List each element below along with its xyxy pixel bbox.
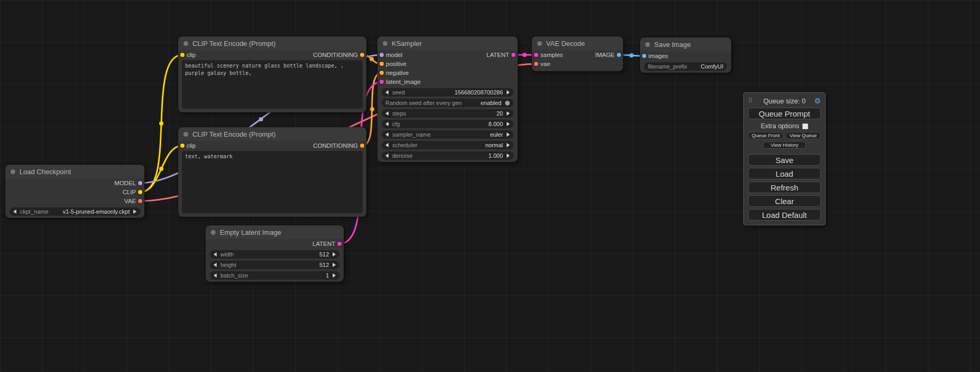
- input-dot-images[interactable]: [642, 54, 646, 58]
- collapse-dot-icon[interactable]: [183, 41, 188, 46]
- queue-front-button[interactable]: Queue Front: [748, 132, 783, 139]
- widget-value: 512: [319, 251, 329, 257]
- input-dot-samples[interactable]: [534, 53, 538, 57]
- prompt-textarea[interactable]: text, watermark: [182, 151, 363, 213]
- increment-arrow-icon[interactable]: [507, 90, 510, 94]
- slot-label: clip: [187, 142, 196, 149]
- output-dot-model[interactable]: [138, 181, 142, 185]
- ckpt-name-combo-widget[interactable]: ckpt_name v1-5-pruned-emaonly.ckpt: [9, 207, 140, 216]
- refresh-button[interactable]: Refresh: [748, 182, 821, 193]
- collapse-dot-icon[interactable]: [383, 41, 387, 46]
- extra-options-checkbox[interactable]: [802, 123, 808, 129]
- decrement-arrow-icon[interactable]: [214, 252, 217, 256]
- load-default-button[interactable]: Load Default: [748, 209, 821, 221]
- load-button[interactable]: Load: [748, 168, 821, 179]
- view-queue-button[interactable]: View Queue: [785, 132, 821, 139]
- output-dot-image[interactable]: [617, 53, 621, 57]
- settings-gear-icon[interactable]: ⚙: [814, 97, 821, 104]
- sampler-name-combo-widget[interactable]: sampler_name euler: [382, 130, 513, 139]
- increment-arrow-icon[interactable]: [133, 209, 137, 214]
- collapse-dot-icon[interactable]: [183, 132, 188, 137]
- decrement-arrow-icon[interactable]: [13, 209, 16, 214]
- node-ksampler[interactable]: KSampler model LATENT positive negative …: [377, 36, 518, 162]
- collapse-dot-icon[interactable]: [537, 41, 542, 46]
- height-number-widget[interactable]: height 512: [210, 261, 339, 269]
- view-history-button[interactable]: View History: [763, 141, 806, 149]
- node-save-image[interactable]: Save Image images filename_prefix ComfyU…: [640, 37, 731, 73]
- node-empty-latent-image[interactable]: Empty Latent Image LATENT width 512 heig…: [206, 225, 344, 282]
- output-slot-clip: CLIP: [5, 187, 144, 196]
- increment-arrow-icon[interactable]: [507, 111, 510, 116]
- decrement-arrow-icon[interactable]: [385, 143, 389, 147]
- input-dot-negative[interactable]: [380, 71, 384, 75]
- widget-label: scheduler: [392, 142, 418, 148]
- decrement-arrow-icon[interactable]: [385, 132, 389, 137]
- node-load-checkpoint[interactable]: Load Checkpoint MODEL CLIP VAE ckpt_name…: [5, 165, 144, 218]
- denoise-number-widget[interactable]: denoise 1.000: [382, 151, 513, 160]
- increment-arrow-icon[interactable]: [507, 122, 510, 126]
- output-dot-conditioning[interactable]: [360, 144, 364, 148]
- input-slot-latent-image: latent_image: [377, 77, 518, 86]
- node-title-bar[interactable]: CLIP Text Encode (Prompt): [178, 127, 366, 141]
- node-clip-text-encode-positive[interactable]: CLIP Text Encode (Prompt) clip CONDITION…: [178, 36, 366, 112]
- decrement-arrow-icon[interactable]: [385, 90, 389, 94]
- decrement-arrow-icon[interactable]: [214, 263, 217, 267]
- scheduler-combo-widget[interactable]: scheduler normal: [382, 141, 513, 149]
- node-title-bar[interactable]: KSampler: [377, 36, 518, 50]
- slot-label: vae: [540, 61, 550, 67]
- output-dot-vae[interactable]: [138, 199, 142, 203]
- increment-arrow-icon[interactable]: [507, 132, 510, 137]
- toggle-dot-icon[interactable]: [505, 101, 510, 106]
- output-dot-clip[interactable]: [138, 190, 142, 194]
- node-title-bar[interactable]: Empty Latent Image: [206, 225, 344, 239]
- steps-number-widget[interactable]: steps 20: [382, 109, 513, 118]
- increment-arrow-icon[interactable]: [507, 143, 510, 147]
- widget-value: 8.000: [488, 121, 503, 127]
- drag-handle-icon[interactable]: ⠿: [748, 97, 753, 104]
- node-title-bar[interactable]: CLIP Text Encode (Prompt): [178, 36, 366, 50]
- queue-prompt-button[interactable]: Queue Prompt: [748, 108, 821, 119]
- batch-size-number-widget[interactable]: batch_size 1: [210, 271, 339, 280]
- collapse-dot-icon[interactable]: [211, 230, 216, 235]
- decrement-arrow-icon[interactable]: [385, 154, 389, 158]
- width-number-widget[interactable]: width 512: [210, 250, 339, 259]
- node-vae-decode[interactable]: VAE Decode samples IMAGE vae: [532, 36, 623, 71]
- input-dot-model[interactable]: [380, 53, 384, 57]
- node-title-bar[interactable]: Save Image: [640, 37, 731, 51]
- queue-menu-panel: ⠿ Queue size: 0 ⚙ Queue Prompt Extra opt…: [743, 92, 826, 225]
- node-clip-text-encode-negative[interactable]: CLIP Text Encode (Prompt) clip CONDITION…: [178, 127, 366, 217]
- input-dot-positive[interactable]: [380, 62, 384, 66]
- link-midpoint-dot: [629, 53, 634, 58]
- widget-value: ComfyUI: [701, 63, 723, 70]
- node-title-bar[interactable]: Load Checkpoint: [5, 165, 144, 178]
- collapse-dot-icon[interactable]: [11, 169, 15, 174]
- decrement-arrow-icon[interactable]: [214, 273, 217, 278]
- output-dot-latent[interactable]: [511, 53, 516, 57]
- slot-label: images: [648, 53, 668, 59]
- prompt-textarea[interactable]: beautiful scenery nature glass bottle la…: [182, 60, 363, 109]
- output-dot-conditioning[interactable]: [360, 53, 364, 57]
- input-dot-latent-image[interactable]: [380, 80, 384, 84]
- input-dot-vae[interactable]: [534, 62, 538, 66]
- input-dot-clip[interactable]: [180, 144, 185, 148]
- decrement-arrow-icon[interactable]: [385, 122, 389, 126]
- increment-arrow-icon[interactable]: [507, 154, 510, 158]
- output-dot-latent[interactable]: [337, 242, 342, 246]
- node-title: CLIP Text Encode (Prompt): [192, 40, 276, 47]
- seed-number-widget[interactable]: seed 156680208700286: [382, 88, 513, 97]
- random-seed-toggle-widget[interactable]: Random seed after every gen enabled: [382, 99, 513, 107]
- clear-button[interactable]: Clear: [748, 195, 821, 207]
- node-title-bar[interactable]: VAE Decode: [532, 36, 623, 50]
- save-button[interactable]: Save: [748, 154, 821, 166]
- filename-prefix-text-widget[interactable]: filename_prefix ComfyUI: [644, 62, 727, 71]
- increment-arrow-icon[interactable]: [333, 263, 336, 267]
- collapse-dot-icon[interactable]: [645, 42, 650, 47]
- cfg-number-widget[interactable]: cfg 8.000: [382, 120, 513, 128]
- decrement-arrow-icon[interactable]: [385, 111, 389, 116]
- increment-arrow-icon[interactable]: [333, 273, 336, 278]
- node-graph-canvas[interactable]: Load Checkpoint MODEL CLIP VAE ckpt_name…: [0, 0, 980, 372]
- widget-label: sampler_name: [392, 131, 431, 138]
- widget-label: Random seed after every gen: [385, 100, 462, 106]
- input-dot-clip[interactable]: [180, 53, 185, 57]
- increment-arrow-icon[interactable]: [333, 252, 336, 256]
